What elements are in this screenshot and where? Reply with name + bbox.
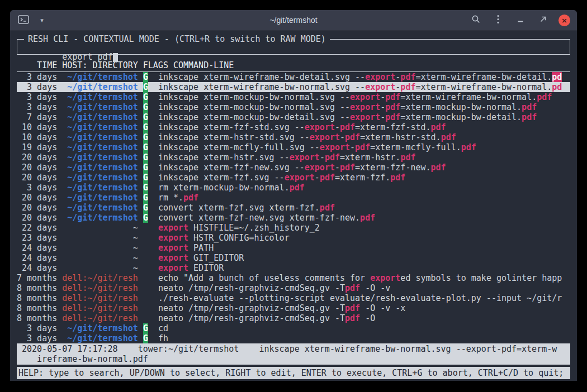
history-row[interactable]: 7 days ~/git/termshot G inkscape xterm-m… [17, 112, 570, 122]
history-host: ~/git/termshot [62, 152, 138, 162]
match-highlight: pdf [325, 152, 340, 162]
flag-badge: G [143, 193, 148, 203]
match-highlight: export [290, 152, 320, 162]
match-highlight: export [350, 102, 380, 112]
command-text: HISTFILE=~/.zsh_history_2 [188, 223, 320, 233]
history-row[interactable]: 20 days ~/git/termshot G rm *.pdf [17, 193, 570, 203]
match-highlight: pd [552, 72, 562, 82]
history-time: 3 days [17, 72, 57, 82]
app-menu-button[interactable] [17, 13, 30, 27]
history-row[interactable]: 3 days ~/git/termshot G inkscape xterm-w… [17, 82, 570, 92]
command-text: -O -v -x [360, 303, 405, 313]
history-row[interactable]: 8 months dell:~/git/resh neato /tmp/resh… [17, 313, 570, 323]
history-row[interactable]: 8 months dell:~/git/resh neato /tmp/resh… [17, 283, 570, 293]
search-frame: RESH CLI - CONTEXTUAL MODE - (CTRL+R to … [17, 39, 570, 55]
history-row[interactable]: 8 months dell:~/git/resh ./resh-evaluate… [17, 293, 570, 303]
history-time: 10 days [17, 122, 57, 132]
history-host: dell:~/git/resh [62, 283, 138, 293]
history-row[interactable]: 7 months dell:~/git/resh echo "Add a bun… [17, 273, 570, 283]
history-time: 8 months [17, 283, 57, 293]
match-highlight: pdf [385, 102, 400, 112]
history-command: export HISTFILE=~/.zsh_history_2 [158, 223, 320, 233]
history-command: convert xterm-fzf.svg xterm-fzf.pdf [158, 203, 335, 213]
match-highlight: export [305, 162, 335, 173]
command-text: =xterm-wireframe-bw-normal. [400, 92, 537, 102]
command-text: - [350, 142, 355, 152]
match-highlight: pdf [431, 162, 446, 173]
command-text: =xterm-wireframe-bw-detail. [415, 72, 552, 82]
search-button[interactable] [469, 13, 482, 27]
history-row[interactable]: 20 days ~/git/termshot G convert xterm-f… [17, 203, 570, 213]
history-row[interactable]: 20 days ~/git/termshot G inkscape xterm-… [17, 152, 570, 162]
command-text: inkscape xterm-mockup-bw-detail.svg -- [158, 112, 350, 122]
command-text: HSTR_CONFIG=hicolor [188, 233, 290, 243]
flag-badge: G [143, 122, 148, 132]
history-row[interactable]: 24 days ~ export EDITOR [17, 263, 570, 273]
history-row[interactable]: 20 days ~/git/termshot G convert xterm-f… [17, 213, 570, 223]
history-time: 20 days [17, 173, 57, 183]
match-highlight: export [305, 122, 335, 132]
history-host: ~ [62, 233, 138, 243]
match-highlight: export [320, 142, 350, 152]
match-highlight: pdf [360, 213, 375, 223]
match-highlight: pdf [320, 203, 335, 213]
history-row[interactable]: 20 days ~/git/termshot G inkscape xterm-… [17, 173, 570, 183]
history-row[interactable]: 10 days ~/git/termshot G inkscape xterm-… [17, 132, 570, 142]
history-row[interactable]: 3 days ~/git/termshot G fh [17, 333, 570, 343]
text-cursor [113, 53, 118, 62]
history-host: dell:~/git/resh [62, 273, 138, 283]
history-row[interactable]: 10 days ~/git/termshot G inkscape xterm-… [17, 122, 570, 132]
history-time: 24 days [17, 263, 57, 273]
profile-dropdown-button[interactable]: ▾ [35, 13, 49, 27]
menu-button[interactable] [491, 13, 505, 27]
flag-badge: G [143, 333, 148, 343]
history-command: inkscape xterm-mockup-bw-normal.svg --ex… [158, 102, 537, 112]
history-host: ~/git/termshot [62, 72, 138, 82]
history-host: ~/git/termshot [62, 333, 138, 343]
command-text: GIT_EDITOR [188, 253, 244, 263]
command-text: =xterm-hstr-std. [360, 132, 441, 142]
history-row[interactable]: 23 days ~ export HSTR_CONFIG=hicolor [17, 233, 570, 243]
history-host: ~ [62, 243, 138, 253]
match-highlight: pdf [320, 173, 335, 183]
match-highlight: pd [552, 82, 562, 92]
history-time: 3 days [17, 102, 57, 112]
minimize-button[interactable] [514, 13, 527, 27]
history-row[interactable]: 20 days ~/git/termshot G inkscape xterm-… [17, 162, 570, 173]
command-text: =xterm-mcfly-full. [370, 142, 461, 152]
history-row[interactable]: 3 days ~/git/termshot G inkscape xterm-m… [17, 102, 570, 112]
history-command: inkscape xterm-fzf.svg --export-pdf=xter… [158, 173, 406, 183]
match-highlight: pdf [290, 183, 305, 193]
command-text: inkscape xterm-fzf-new.svg -- [158, 162, 305, 173]
match-highlight: export [370, 273, 400, 283]
command-text: =xterm-fzf-std. [355, 122, 430, 132]
command-text: - [380, 102, 385, 112]
terminal-screen[interactable]: RESH CLI - CONTEXTUAL MODE - (CTRL+R to … [10, 31, 577, 381]
restore-icon [539, 15, 547, 25]
history-row[interactable]: 8 months dell:~/git/resh neato /tmp/resh… [17, 303, 570, 313]
match-highlight: pdf [522, 112, 537, 122]
history-row[interactable]: 22 days ~ export HISTFILE=~/.zsh_history… [17, 223, 570, 233]
history-row[interactable]: 3 days ~/git/termshot G inkscape xterm-w… [17, 72, 570, 82]
history-host: ~/git/termshot [62, 183, 138, 193]
command-text: inkscape xterm-hstr.svg -- [158, 152, 290, 162]
history-row[interactable]: 3 days ~/git/termshot G rm xterm-mockup-… [17, 183, 570, 193]
history-command: inkscape xterm-wireframe-bw-detail.svg -… [158, 72, 562, 82]
restore-button[interactable] [536, 13, 550, 27]
history-row[interactable]: 24 days ~ export GIT_EDITOR [17, 253, 570, 263]
history-host: ~/git/termshot [62, 173, 138, 183]
history-row[interactable]: 3 days ~/git/termshot G cd [17, 323, 570, 333]
history-row[interactable]: 19 days ~/git/termshot G inkscape xterm-… [17, 142, 570, 152]
command-text: inkscape xterm-hstr-std.svg -- [158, 132, 310, 142]
history-row[interactable]: 3 days ~/git/termshot G inkscape xterm-m… [17, 92, 570, 102]
command-text: inkscape xterm-mockup-bw-normal.svg -- [158, 102, 350, 112]
help-bar: HELP: type to search, UP/DOWN to select,… [17, 367, 570, 379]
history-host: ~/git/termshot [62, 112, 138, 122]
search-input[interactable]: export pdf [22, 42, 565, 72]
search-icon [471, 15, 481, 26]
close-button[interactable]: × [558, 15, 570, 26]
match-highlight: export [350, 112, 380, 122]
history-row[interactable]: 24 days ~ export PATH [17, 243, 570, 253]
command-text: rm xterm-mockup-bw-normal. [158, 183, 290, 193]
history-time: 8 months [17, 303, 57, 313]
